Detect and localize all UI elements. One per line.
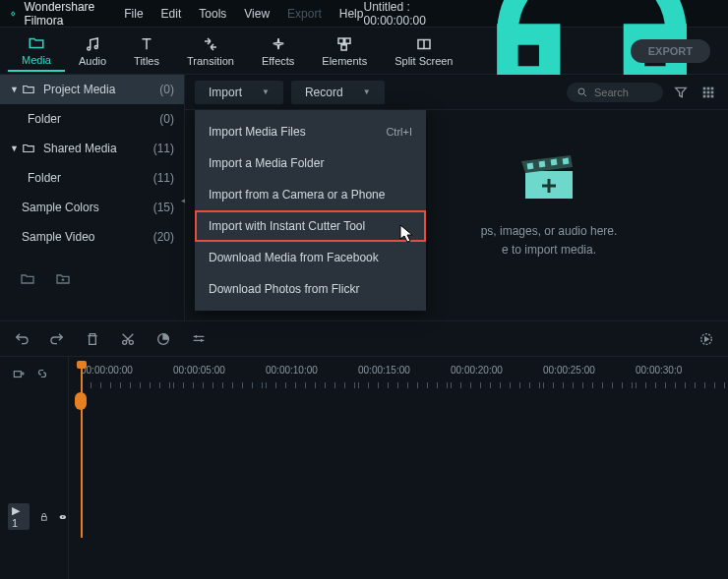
- track-badge[interactable]: ▶ 1: [8, 503, 30, 530]
- tab-titles[interactable]: Titles: [120, 31, 173, 71]
- media-dropzone[interactable]: ps, images, or audio here. e to import m…: [392, 153, 706, 261]
- lock-icon[interactable]: [39, 511, 49, 523]
- grid-view-button[interactable]: [698, 83, 718, 102]
- svg-rect-6: [707, 87, 710, 89]
- sidebar-item-label: Folder: [28, 112, 159, 126]
- sidebar-item-sample-colors[interactable]: Sample Colors (15): [0, 193, 184, 222]
- timeline-toolbar: [0, 320, 728, 356]
- dd-import-media-folder[interactable]: Import a Media Folder: [195, 147, 426, 179]
- dd-item-label: Import a Media Folder: [209, 156, 324, 170]
- svg-rect-10: [711, 90, 714, 93]
- export-button[interactable]: EXPORT: [631, 39, 710, 63]
- cut-icon[interactable]: [120, 331, 136, 347]
- text-icon: [138, 35, 155, 53]
- menu-file[interactable]: File: [124, 7, 143, 21]
- tab-label: Split Screen: [394, 55, 453, 67]
- sidebar-item-label: Project Media: [43, 83, 159, 96]
- sidebar-item-count: (20): [153, 230, 174, 244]
- dd-import-media-files[interactable]: Import Media Files Ctrl+I: [195, 116, 426, 147]
- link-icon[interactable]: [35, 367, 49, 380]
- svg-rect-12: [707, 94, 710, 97]
- timeline-ruler[interactable]: 00:00:00:00 00:00:05:00 00:00:10:00 00:0…: [81, 365, 728, 394]
- playhead[interactable]: [81, 361, 83, 538]
- tab-transition[interactable]: Transition: [173, 31, 248, 71]
- sidebar-item-label: Sample Video: [22, 230, 153, 244]
- tab-media[interactable]: Media: [8, 30, 65, 72]
- sidebar-item-count: (11): [153, 142, 174, 155]
- tab-elements[interactable]: Elements: [308, 31, 381, 71]
- tab-label: Titles: [134, 55, 159, 67]
- menu-export: Export: [287, 7, 322, 21]
- main-menu: File Edit Tools View Export Help: [124, 7, 363, 21]
- sidebar-footer: [0, 261, 184, 297]
- record-label: Record: [305, 86, 343, 99]
- tab-label: Effects: [262, 55, 294, 67]
- main-area: ▼ Project Media (0) Folder (0) ▼ Shared …: [0, 75, 728, 320]
- transition-icon: [202, 35, 219, 53]
- folder-icon: [22, 142, 35, 155]
- dd-download-flickr[interactable]: Download Photos from Flickr: [195, 273, 426, 305]
- dd-import-instant-cutter[interactable]: Import with Instant Cutter Tool: [195, 210, 426, 242]
- app-name: Wondershare Filmora: [24, 0, 94, 28]
- dd-import-camera-phone[interactable]: Import from a Camera or a Phone: [195, 179, 426, 210]
- menu-edit[interactable]: Edit: [161, 7, 182, 21]
- dd-item-label: Import from a Camera or a Phone: [209, 188, 385, 202]
- settings-icon[interactable]: [191, 331, 207, 347]
- delete-icon[interactable]: [85, 331, 100, 347]
- new-folder-icon[interactable]: [20, 271, 35, 287]
- ruler-tick: 00:00:30:0: [636, 365, 728, 394]
- folder-icon: [22, 83, 35, 96]
- svg-rect-2: [341, 44, 346, 49]
- media-sidebar: ▼ Project Media (0) Folder (0) ▼ Shared …: [0, 75, 185, 320]
- tab-label: Audio: [79, 55, 106, 67]
- menu-help[interactable]: Help: [339, 7, 364, 21]
- sidebar-item-project-media[interactable]: ▼ Project Media (0): [0, 75, 184, 104]
- svg-rect-18: [551, 159, 558, 166]
- svg-rect-13: [711, 94, 714, 97]
- add-track-icon[interactable]: [12, 367, 26, 380]
- chevron-down-icon: ▼: [10, 144, 22, 153]
- menu-view[interactable]: View: [244, 7, 270, 21]
- filter-icon: [673, 85, 689, 100]
- sidebar-item-count: (11): [153, 171, 174, 185]
- new-folder-plus-icon[interactable]: [55, 271, 71, 287]
- svg-rect-17: [539, 161, 546, 168]
- svg-rect-9: [707, 90, 710, 93]
- dd-download-facebook[interactable]: Download Media from Facebook: [195, 242, 426, 273]
- music-icon: [84, 35, 101, 53]
- record-dropdown-button[interactable]: Record ▼: [291, 81, 385, 104]
- dd-item-shortcut: Ctrl+I: [386, 126, 412, 138]
- tab-label: Transition: [187, 55, 234, 67]
- search-wrap: [567, 83, 663, 102]
- svg-rect-25: [41, 516, 46, 520]
- clapperboard-icon: [519, 153, 578, 203]
- sidebar-item-sample-video[interactable]: Sample Video (20): [0, 222, 184, 252]
- color-icon[interactable]: [155, 331, 171, 347]
- sidebar-item-folder[interactable]: Folder (0): [0, 104, 184, 134]
- import-dropdown-button[interactable]: Import ▼: [195, 81, 283, 104]
- dd-item-label: Import with Instant Cutter Tool: [209, 219, 365, 233]
- tab-effects[interactable]: Effects: [248, 31, 308, 71]
- tab-label: Media: [22, 54, 51, 66]
- filter-button[interactable]: [671, 83, 691, 102]
- ruler-tick: 00:00:00:00: [81, 365, 173, 394]
- chevron-down-icon: ▼: [10, 85, 22, 94]
- tab-split-screen[interactable]: Split Screen: [381, 31, 466, 71]
- timeline[interactable]: ▶ 1 00:00:00:00 00:00:05:00 00:00:10:00 …: [0, 356, 728, 579]
- sidebar-item-count: (15): [153, 201, 174, 214]
- sidebar-item-folder[interactable]: Folder (11): [0, 163, 184, 193]
- undo-icon[interactable]: [14, 331, 30, 347]
- tab-audio[interactable]: Audio: [65, 31, 120, 71]
- search-input[interactable]: [594, 87, 653, 98]
- sidebar-item-count: (0): [159, 112, 174, 126]
- eye-icon[interactable]: [58, 511, 68, 523]
- tab-label: Elements: [322, 55, 367, 67]
- svg-rect-0: [338, 38, 343, 43]
- playhead-handle[interactable]: [75, 392, 87, 410]
- sparkle-icon: [270, 35, 287, 53]
- redo-icon[interactable]: [49, 331, 65, 347]
- sidebar-item-shared-media[interactable]: ▼ Shared Media (11): [0, 134, 184, 163]
- menu-tools[interactable]: Tools: [199, 7, 226, 21]
- content-toolbar: Import ▼ Record ▼: [185, 75, 728, 110]
- render-icon[interactable]: [698, 331, 714, 347]
